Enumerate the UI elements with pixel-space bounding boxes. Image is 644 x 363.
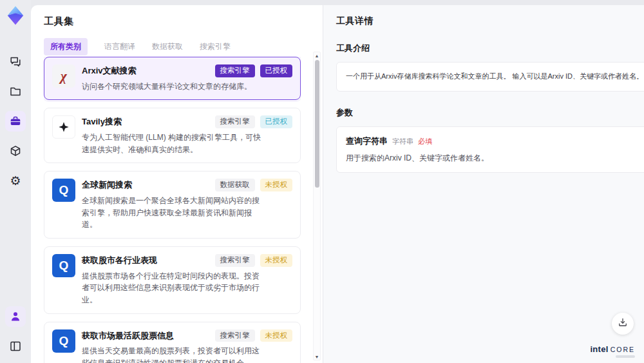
stock-app-icon: Q bbox=[52, 179, 75, 202]
auth-status-badge: 未授权 bbox=[260, 254, 293, 267]
auth-status-badge: 已授权 bbox=[260, 64, 293, 77]
category-tag: 搜索引擎 bbox=[215, 64, 255, 77]
tavily-star-icon bbox=[53, 116, 75, 138]
param-card: 查询字符串 字符串 必填 用于搜索的Arxiv ID、关键字或作者姓名。 bbox=[336, 126, 644, 173]
tool-icon: χ Q bbox=[52, 115, 75, 139]
tool-list-item[interactable]: χ Q bbox=[44, 57, 301, 100]
sidebar-item-collapse[interactable] bbox=[5, 336, 26, 357]
panel-layout-icon bbox=[9, 340, 22, 353]
tool-title: Tavily搜索 bbox=[82, 115, 122, 128]
tool-item-body: 获取市场最活跃股票信息 搜索引擎 未授权 提供当天交易量最高的股票列表，投资者可… bbox=[82, 329, 292, 363]
intel-core-logo: intel CORE bbox=[590, 344, 635, 358]
sidebar-item-files[interactable] bbox=[5, 81, 26, 102]
tool-tags: 搜索引擎 已授权 bbox=[215, 64, 293, 77]
app-logo-icon[interactable] bbox=[5, 5, 26, 26]
app-window: ⚙ 工具集 所有类别语言翻译数据获取搜索引擎 bbox=[0, 0, 644, 363]
sidebar-item-packages[interactable] bbox=[5, 141, 26, 161]
tool-item-body: Tavily搜索 搜索引擎 已授权 专为人工智能代理 (LLM) 构建的搜索引擎… bbox=[82, 115, 292, 155]
params-heading: 参数 bbox=[336, 107, 644, 119]
stock-app-icon: Q bbox=[52, 329, 75, 353]
arxiv-icon: χ bbox=[52, 64, 75, 88]
param-description: 用于搜索的Arxiv ID、关键字或作者姓名。 bbox=[346, 153, 643, 164]
tool-description: 提供股票市场各个行业在特定时间段内的表现。投资者可以利用这些信息来识别表现优于或… bbox=[82, 270, 263, 306]
param-type: 字符串 bbox=[392, 137, 413, 146]
tool-description: 提供当天交易量最高的股票列表，投资者可以利用这些信息来识别流动性强的股票和潜在的… bbox=[82, 345, 263, 363]
tool-description: 专为人工智能代理 (LLM) 构建的搜索引擎工具，可快速提供实时、准确和真实的结… bbox=[82, 132, 263, 155]
tab-0[interactable]: 所有类别 bbox=[44, 38, 88, 55]
param-required-badge: 必填 bbox=[418, 137, 432, 146]
briefcase-icon bbox=[9, 115, 22, 128]
tool-title: Arxiv文献搜索 bbox=[82, 64, 137, 77]
page-title: 工具集 bbox=[44, 15, 310, 28]
tool-list-item[interactable]: χ Q bbox=[44, 108, 301, 163]
tool-list-item[interactable]: χ Q bbox=[44, 322, 301, 363]
download-button[interactable] bbox=[612, 313, 634, 335]
tool-icon: χ Q bbox=[52, 254, 75, 277]
tools-panel: 工具集 所有类别语言翻译数据获取搜索引擎 χ Q bbox=[31, 5, 323, 363]
main-surface: 工具集 所有类别语言翻译数据获取搜索引擎 χ Q bbox=[31, 5, 644, 363]
category-tag: 搜索引擎 bbox=[215, 254, 255, 267]
tool-tags: 搜索引擎 未授权 bbox=[215, 329, 293, 342]
category-tag: 搜索引擎 bbox=[215, 115, 255, 128]
tool-title: 全球新闻搜索 bbox=[82, 179, 132, 191]
tool-item-body: Arxiv文献搜索 搜索引擎 已授权 访问各个研究领域大量科学论文和文章的存储库… bbox=[82, 64, 292, 92]
tool-icon: χ Q bbox=[52, 64, 75, 88]
tool-list-item[interactable]: χ Q bbox=[44, 171, 301, 239]
scroll-down-arrow-icon[interactable]: ▼ bbox=[314, 353, 320, 360]
param-name: 查询字符串 bbox=[346, 135, 388, 147]
category-tag: 搜索引擎 bbox=[215, 329, 255, 342]
tool-tags: 数据获取 未授权 bbox=[215, 179, 293, 191]
tool-tags: 搜索引擎 未授权 bbox=[215, 254, 293, 267]
tool-description: 访问各个研究领域大量科学论文和文章的存储库。 bbox=[82, 81, 263, 93]
auth-status-badge: 未授权 bbox=[260, 329, 293, 342]
tab-3[interactable]: 搜索引擎 bbox=[200, 41, 231, 52]
scroll-up-arrow-icon[interactable]: ▲ bbox=[314, 52, 320, 59]
details-title: 工具详情 bbox=[336, 15, 644, 27]
cube-icon bbox=[9, 144, 22, 157]
tool-icon: χ Q bbox=[52, 329, 75, 353]
stock-app-icon: Q bbox=[52, 254, 75, 277]
tool-icon: χ Q bbox=[52, 179, 75, 202]
category-tabs: 所有类别语言翻译数据获取搜索引擎 bbox=[44, 38, 310, 55]
tool-title: 获取股市各行业表现 bbox=[82, 254, 157, 266]
gear-icon: ⚙ bbox=[10, 175, 21, 187]
sidebar: ⚙ bbox=[0, 0, 31, 363]
intro-heading: 工具介绍 bbox=[336, 43, 644, 54]
sidebar-item-tools[interactable] bbox=[5, 111, 26, 132]
auth-status-badge: 未授权 bbox=[260, 179, 293, 191]
sidebar-item-chat[interactable] bbox=[5, 52, 26, 72]
details-panel: 工具详情 工具介绍 一个用于从Arxiv存储库搜索科学论文和文章的工具。 输入可… bbox=[323, 5, 644, 363]
tool-description: 全球新闻搜索是一个聚合全球各大新闻网站内容的搜索引擎，帮助用户快速获取全球最新资… bbox=[82, 195, 263, 231]
tool-list-item[interactable]: χ Q bbox=[44, 246, 301, 314]
sidebar-item-account[interactable] bbox=[5, 306, 26, 327]
core-wordmark: CORE bbox=[611, 346, 635, 353]
intel-wordmark: intel bbox=[590, 344, 608, 354]
category-tag: 数据获取 bbox=[215, 179, 255, 191]
chat-icon bbox=[9, 55, 22, 68]
tab-2[interactable]: 数据获取 bbox=[152, 41, 183, 52]
auth-status-badge: 已授权 bbox=[260, 115, 293, 128]
sidebar-item-settings[interactable]: ⚙ bbox=[5, 170, 26, 191]
tool-tags: 搜索引擎 已授权 bbox=[215, 115, 293, 128]
scrollbar-thumb[interactable] bbox=[315, 60, 319, 188]
tool-intro-text: 一个用于从Arxiv存储库搜索科学论文和文章的工具。 输入可以是Arxiv ID… bbox=[346, 71, 643, 83]
download-icon bbox=[617, 317, 629, 331]
tool-title: 获取市场最活跃股票信息 bbox=[82, 329, 174, 342]
tool-item-body: 获取股市各行业表现 搜索引擎 未授权 提供股票市场各个行业在特定时间段内的表现。… bbox=[82, 254, 292, 306]
list-scrollbar[interactable]: ▲ ▼ bbox=[313, 52, 321, 360]
tab-1[interactable]: 语言翻译 bbox=[104, 41, 135, 52]
tool-item-body: 全球新闻搜索 数据获取 未授权 全球新闻搜索是一个聚合全球各大新闻网站内容的搜索… bbox=[82, 179, 292, 231]
folder-icon bbox=[9, 85, 22, 98]
intel-sub-badge bbox=[616, 355, 635, 358]
tool-list: χ Q bbox=[44, 57, 301, 363]
user-icon bbox=[9, 310, 22, 323]
